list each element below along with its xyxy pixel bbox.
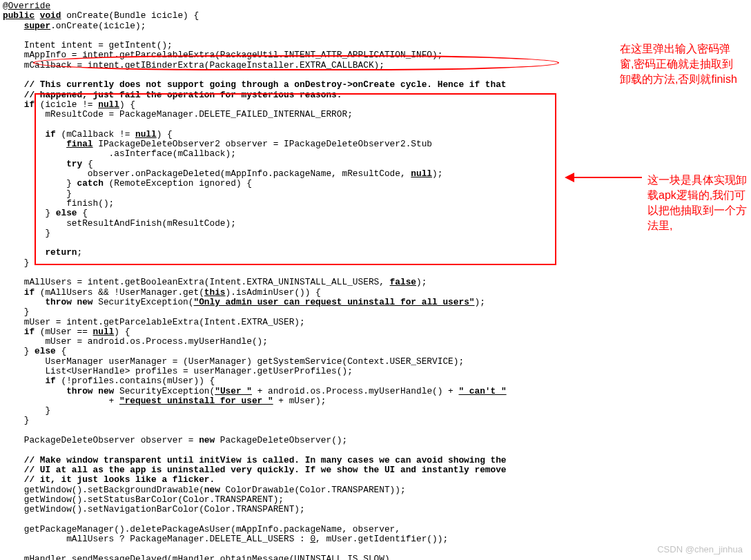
watermark: CSDN @chen_jinhua bbox=[657, 544, 743, 554]
code-block: @Override public void onCreate(Bundle ic… bbox=[3, 1, 507, 560]
annotation-top: 在这里弹出输入密码弹窗,密码正确就走抽取到卸载的方法,否则就finish bbox=[620, 41, 744, 87]
annotation-middle: 这一块是具体实现卸载apk逻辑的,我们可以把他抽取到一个方法里, bbox=[647, 173, 751, 233]
callout-arrow-icon bbox=[566, 177, 642, 178]
